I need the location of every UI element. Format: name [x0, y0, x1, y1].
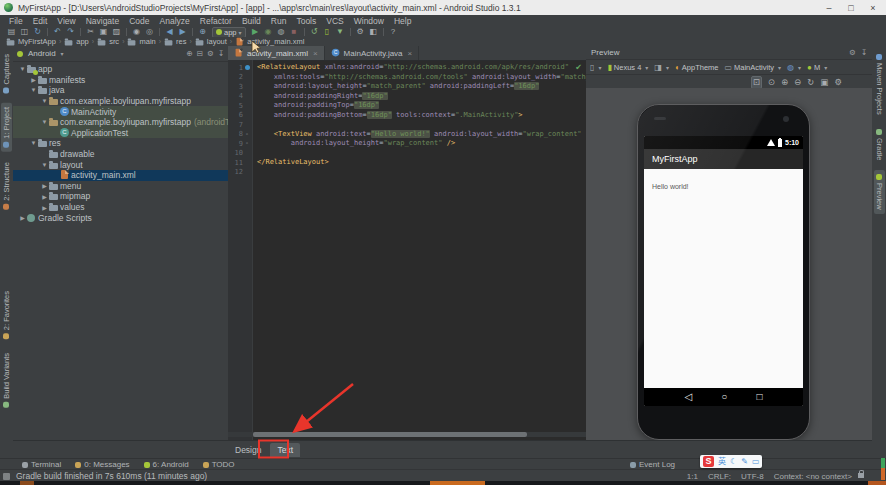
- tree-closed-arrow-icon[interactable]: ▶: [29, 76, 38, 83]
- sync-icon[interactable]: ↻: [31, 27, 44, 37]
- menu-code[interactable]: Code: [124, 15, 154, 27]
- tree-closed-arrow-icon[interactable]: ▶: [40, 204, 49, 211]
- menu-vcs[interactable]: VCS: [321, 15, 348, 27]
- lock-icon[interactable]: [858, 473, 864, 478]
- tree-open-arrow-icon[interactable]: ▼: [29, 140, 38, 146]
- cut-icon[interactable]: ✂: [84, 27, 97, 37]
- run-coverage-icon[interactable]: ◍: [275, 27, 288, 37]
- breadcrumb-item-src[interactable]: src: [97, 37, 119, 47]
- tree-item-res[interactable]: ▼res: [13, 138, 228, 149]
- tree-item-gradle-scripts[interactable]: ▶Gradle Scripts: [13, 212, 228, 223]
- configuration-selector[interactable]: ▯▾: [590, 63, 601, 72]
- tree-item-menu[interactable]: ▶menu: [13, 181, 228, 192]
- sync-gradle-icon[interactable]: ↺: [308, 27, 321, 37]
- settings-icon[interactable]: ⚙: [354, 27, 367, 37]
- undo-icon[interactable]: ↶: [51, 27, 64, 37]
- zoom-out-icon[interactable]: ⊖: [794, 77, 801, 88]
- menu-view[interactable]: View: [52, 15, 80, 27]
- redo-icon[interactable]: ↷: [64, 27, 77, 37]
- tree-open-arrow-icon[interactable]: ▼: [18, 66, 27, 72]
- gutter-line-10[interactable]: 10: [228, 149, 252, 159]
- toolwindow-stripe-captures[interactable]: Captures: [1, 50, 12, 97]
- ime-pen-icon[interactable]: ✎: [741, 455, 748, 468]
- save-all-icon[interactable]: ◫: [18, 27, 31, 37]
- project-view-selector[interactable]: Android ▾: [17, 49, 64, 58]
- code-line-7[interactable]: [257, 120, 586, 130]
- editor-tab-activity-main-xml[interactable]: activity_main.xml×: [228, 46, 325, 60]
- panel-settings-icon[interactable]: ⚙: [207, 49, 214, 58]
- close-button[interactable]: ×: [862, 1, 884, 15]
- zoom-fit-icon[interactable]: ⊡: [751, 76, 762, 89]
- code-line-9[interactable]: android:layout_height="wrap_content" />: [257, 139, 586, 149]
- preview-settings-icon[interactable]: ⚙: [849, 48, 856, 57]
- editor-mode-tab-design[interactable]: Design: [228, 443, 268, 457]
- encoding-indicator[interactable]: UTF-8: [741, 472, 764, 481]
- locale-selector[interactable]: ◍▾: [787, 63, 801, 72]
- gutter-line-6[interactable]: 6: [228, 111, 252, 121]
- preview-options-icon[interactable]: ⚙: [834, 77, 842, 88]
- tree-item-layout[interactable]: ▼layout: [13, 159, 228, 170]
- tree-open-arrow-icon[interactable]: ▼: [40, 119, 49, 125]
- refresh-preview-icon[interactable]: ↻: [807, 77, 814, 88]
- menu-analyze[interactable]: Analyze: [155, 15, 195, 27]
- open-icon[interactable]: ▤: [5, 27, 18, 37]
- screenshot-icon[interactable]: ▣: [820, 77, 828, 88]
- tree-item-java[interactable]: ▼java: [13, 85, 228, 96]
- breadcrumb-item-main[interactable]: main: [127, 37, 155, 47]
- caret-position[interactable]: 1:1: [687, 472, 698, 481]
- ime-lang-icon[interactable]: 英: [718, 455, 726, 468]
- menu-build[interactable]: Build: [237, 15, 266, 27]
- stop-icon[interactable]: ■: [288, 27, 301, 37]
- toolwindow-button-todo[interactable]: TODO: [203, 460, 235, 469]
- menu-navigate[interactable]: Navigate: [81, 15, 125, 27]
- tree-item-manifests[interactable]: ▶manifests: [13, 75, 228, 86]
- activity-selector[interactable]: ▭MainActivity▾: [724, 63, 781, 72]
- zoom-actual-icon[interactable]: ⊙: [768, 77, 775, 88]
- theme-selector[interactable]: ◐AppTheme: [675, 63, 719, 72]
- tree-item-values[interactable]: ▶values: [13, 202, 228, 213]
- tree-closed-arrow-icon[interactable]: ▶: [18, 214, 27, 221]
- toolwindow-stripe-build-variants[interactable]: Build Variants: [1, 349, 12, 412]
- orientation-selector[interactable]: ◨▾: [654, 63, 669, 72]
- breadcrumb-item-myfirstapp[interactable]: MyFirstApp: [6, 37, 56, 47]
- menu-window[interactable]: Window: [349, 15, 389, 27]
- fold-marker-icon[interactable]: ∘: [245, 132, 249, 137]
- ime-keyboard-icon[interactable]: ▭: [752, 455, 760, 468]
- sdk-manager-icon[interactable]: ▼: [334, 27, 347, 37]
- run-icon[interactable]: ▶: [249, 27, 262, 37]
- gutter-line-11[interactable]: 11: [228, 158, 252, 168]
- copy-icon[interactable]: ▣: [97, 27, 110, 37]
- toolwindow-stripe-1-project[interactable]: 1: Project: [1, 103, 12, 152]
- code-line-3[interactable]: android:layout_height="match_parent" and…: [257, 82, 586, 92]
- breadcrumb-item-app[interactable]: app: [64, 37, 89, 47]
- tree-open-arrow-icon[interactable]: ▼: [40, 162, 49, 168]
- forward-icon[interactable]: ▶: [176, 27, 189, 37]
- back-icon[interactable]: ◀: [163, 27, 176, 37]
- tree-item-mainactivity[interactable]: MainActivity: [13, 106, 228, 117]
- tree-item-com-example-boyliupan-myfirstapp-androidtest[interactable]: ▼com.example.boyliupan.myfirstapp (andro…: [13, 117, 228, 128]
- code-area[interactable]: <RelativeLayout xmlns:android="http://sc…: [253, 60, 586, 440]
- debug-icon[interactable]: ◉: [262, 27, 275, 37]
- tree-open-arrow-icon[interactable]: ▼: [29, 87, 38, 93]
- code-line-10[interactable]: [257, 149, 586, 159]
- code-line-2[interactable]: xmlns:tools="http://schemas.android.com/…: [257, 73, 586, 83]
- menu-help[interactable]: Help: [389, 15, 416, 27]
- tree-item-drawable[interactable]: drawable: [13, 149, 228, 160]
- breadcrumb-item-activity-main-xml[interactable]: activity_main.xml: [235, 37, 304, 47]
- close-tab-icon[interactable]: ×: [313, 49, 318, 58]
- toolwindow-stripe-maven-projects[interactable]: Maven Projects: [874, 50, 885, 119]
- gutter-line-12[interactable]: 12: [228, 168, 252, 178]
- gutter-line-3[interactable]: 3: [228, 82, 252, 92]
- maximize-button[interactable]: □: [840, 1, 862, 15]
- toolwindow-button-0-messages[interactable]: 0: Messages: [75, 460, 129, 469]
- preview-hide-icon[interactable]: ↧: [861, 48, 867, 57]
- toolwindow-stripe-preview[interactable]: Preview: [874, 170, 885, 214]
- editor-body[interactable]: 12345678∘9∘101112 <RelativeLayout xmlns:…: [228, 60, 586, 440]
- context-indicator[interactable]: Context: <no context>: [774, 472, 852, 481]
- collapse-all-icon[interactable]: ⊟: [197, 49, 203, 58]
- compile-icon[interactable]: ⊕: [196, 27, 209, 37]
- project-structure-icon[interactable]: ◧: [367, 27, 380, 37]
- gutter-line-5[interactable]: 5: [228, 101, 252, 111]
- tree-item-applicationtest[interactable]: ApplicationTest: [13, 128, 228, 139]
- minimize-button[interactable]: –: [818, 1, 840, 15]
